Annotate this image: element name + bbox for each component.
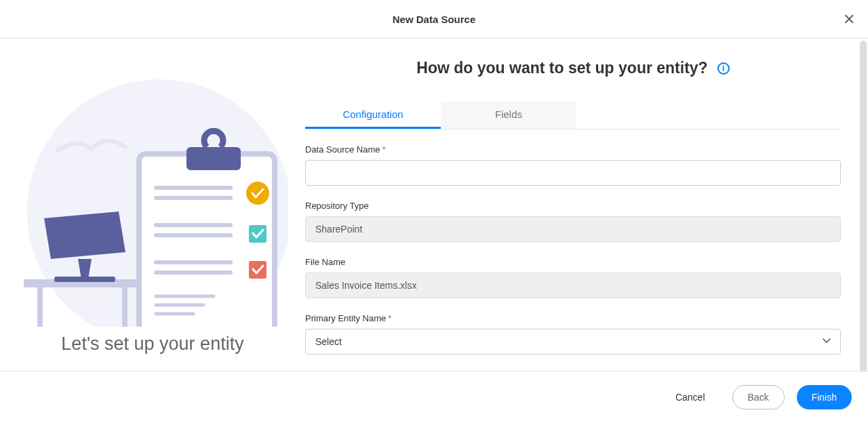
close-icon: ✕ [843,11,855,28]
modal-title: New Data Source [393,14,476,25]
cancel-button[interactable]: Cancel [660,385,720,409]
svg-rect-17 [37,287,43,327]
select-primary-entity-name[interactable]: Select [305,329,841,355]
svg-rect-19 [54,277,115,282]
modal-header: New Data Source ✕ [0,0,868,39]
svg-point-13 [246,182,269,205]
input-data-source-name[interactable] [305,160,841,186]
right-panel: How do you want to set up your entity? i… [305,39,868,371]
field-file-name: File Name [305,257,841,298]
label-primary-entity-name: Primary Entity Name* [305,313,841,323]
field-data-source-name: Data Source Name* [305,144,841,186]
label-repository-type: Repository Type [305,201,841,211]
field-primary-entity-name: Primary Entity Name* Select [305,313,841,355]
svg-rect-15 [249,261,267,279]
input-file-name [305,273,841,298]
tabs: Configuration Fields [305,102,841,129]
back-button[interactable]: Back [732,385,785,409]
label-text: Primary Entity Name [305,313,386,323]
svg-rect-18 [122,287,127,327]
tab-configuration[interactable]: Configuration [305,102,441,129]
svg-rect-2 [186,147,241,170]
label-data-source-name: Data Source Name* [305,144,841,155]
scrollbar[interactable] [860,41,867,373]
close-button[interactable]: ✕ [842,12,856,26]
label-file-name: File Name [305,257,841,267]
input-repository-type [305,216,841,242]
illustration [17,56,288,327]
svg-rect-14 [249,225,267,243]
tab-fields[interactable]: Fields [441,102,576,129]
question-row: How do you want to set up your entity? i [305,59,841,77]
left-caption: Let's set up your entity [61,334,243,355]
modal-footer: Cancel Back Finish [0,371,868,423]
modal-body: Let's set up your entity How do you want… [0,39,868,371]
select-display: Select [305,329,841,355]
label-text: Data Source Name [305,144,380,155]
required-asterisk: * [388,313,391,323]
field-repository-type: Repository Type [305,201,841,242]
info-icon[interactable]: i [717,62,730,75]
required-asterisk: * [382,144,386,155]
left-panel: Let's set up your entity [0,39,305,371]
finish-button[interactable]: Finish [797,385,852,409]
question-heading: How do you want to set up your entity? [416,59,707,77]
